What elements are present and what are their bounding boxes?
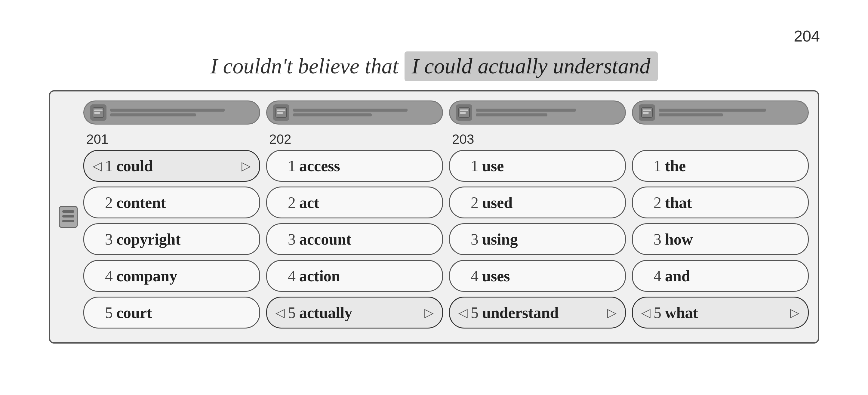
- word-text-col1-row4: company: [116, 267, 239, 285]
- word-pill-col1-row2[interactable]: ◁2content▷: [83, 186, 260, 218]
- col1-header-icon: [90, 104, 106, 121]
- arrow-right-col4-row5[interactable]: ▷: [790, 306, 799, 320]
- word-text-col3-row1: use: [482, 157, 604, 175]
- svg-rect-2: [62, 215, 74, 217]
- svg-rect-1: [62, 210, 74, 213]
- col3-header: [449, 100, 626, 125]
- word-text-col3-row4: uses: [482, 267, 604, 285]
- word-number-col1-row2: 2: [105, 194, 113, 212]
- word-text-col4-row5: what: [665, 304, 787, 322]
- word-pill-col4-row2[interactable]: ◁2that▷: [632, 186, 809, 218]
- word-pill-col1-row5[interactable]: ◁5court▷: [83, 297, 260, 329]
- word-text-col2-row5: actually: [299, 304, 422, 322]
- word-number-col2-row1: 1: [288, 157, 296, 175]
- word-number-col4-row5: 5: [654, 304, 661, 322]
- items-row-1: ◁1could▷◁1access▷◁1use▷◁1the▷: [80, 150, 812, 182]
- svg-rect-14: [643, 110, 651, 111]
- main-panel: 201 202 203 ◁1could▷◁1access▷◁1use▷◁1the…: [49, 90, 819, 343]
- word-number-col4-row2: 2: [654, 194, 661, 212]
- word-text-col3-row2: used: [482, 194, 604, 212]
- word-pill-col3-row4[interactable]: ◁4uses▷: [449, 260, 626, 292]
- word-number-col2-row4: 4: [288, 267, 296, 285]
- word-number-col1-row4: 4: [105, 267, 113, 285]
- word-pill-col3-row1[interactable]: ◁1use▷: [449, 150, 626, 182]
- word-text-col4-row3: how: [665, 231, 787, 248]
- word-number-col3-row4: 4: [471, 267, 478, 285]
- svg-rect-3: [62, 220, 74, 222]
- columns-wrapper: 201 202 203 ◁1could▷◁1access▷◁1use▷◁1the…: [80, 100, 812, 333]
- sentence-highlighted-text: I could actually understand: [405, 52, 658, 81]
- arrow-left-col2-row5[interactable]: ◁: [276, 306, 285, 320]
- word-text-col1-row5: court: [116, 304, 239, 322]
- word-text-col2-row2: act: [299, 194, 422, 212]
- col2-header-icon: [273, 104, 289, 121]
- word-number-col2-row3: 3: [288, 231, 296, 248]
- arrow-right-col2-row5[interactable]: ▷: [424, 306, 434, 320]
- col2-header: [266, 100, 443, 125]
- col3-label: 203: [449, 132, 626, 147]
- items-row-2: ◁2content▷◁2act▷◁2used▷◁2that▷: [80, 186, 812, 218]
- header-row: [80, 100, 812, 125]
- word-text-col4-row1: the: [665, 157, 787, 175]
- word-number-col3-row2: 2: [471, 194, 478, 212]
- word-pill-col3-row3[interactable]: ◁3using▷: [449, 223, 626, 255]
- word-text-col4-row2: that: [665, 194, 787, 212]
- word-text-col3-row5: understand: [482, 304, 604, 322]
- arrow-right-col3-row5[interactable]: ▷: [607, 306, 617, 320]
- word-pill-col1-row3[interactable]: ◁3copyright▷: [83, 223, 260, 255]
- col4-header-icon: [639, 104, 655, 121]
- word-number-col4-row1: 1: [654, 157, 661, 175]
- word-number-col2-row5: 5: [288, 304, 296, 322]
- word-pill-col4-row4[interactable]: ◁4and▷: [632, 260, 809, 292]
- word-pill-col1-row1[interactable]: ◁1could▷: [83, 150, 260, 182]
- word-number-col1-row3: 3: [105, 231, 113, 248]
- word-text-col4-row4: and: [665, 267, 787, 285]
- svg-rect-8: [277, 110, 285, 111]
- word-pill-col4-row5[interactable]: ◁5what▷: [632, 297, 809, 329]
- word-number-col1-row1: 1: [105, 157, 113, 175]
- scroll-icon-left[interactable]: [56, 100, 80, 333]
- col3-header-icon: [456, 104, 472, 121]
- col3-header-lines: [476, 109, 619, 116]
- col1-header: [83, 100, 260, 125]
- word-number-col4-row4: 4: [654, 267, 661, 285]
- word-number-col1-row5: 5: [105, 304, 113, 322]
- col4-label: [632, 132, 809, 147]
- sentence-plain-text: I couldn't believe that: [210, 54, 398, 79]
- label-204: 204: [794, 27, 820, 45]
- col1-header-lines: [110, 109, 253, 116]
- word-pill-col4-row1[interactable]: ◁1the▷: [632, 150, 809, 182]
- arrow-left-col4-row5[interactable]: ◁: [641, 306, 651, 320]
- word-number-col3-row5: 5: [471, 304, 478, 322]
- word-pill-col4-row3[interactable]: ◁3how▷: [632, 223, 809, 255]
- items-row-5: ◁5court▷◁5actually▷◁5understand▷◁5what▷: [80, 297, 812, 329]
- col2-header-lines: [293, 109, 436, 116]
- word-text-col3-row3: using: [482, 231, 604, 248]
- word-text-col2-row3: account: [299, 231, 422, 248]
- word-pill-col3-row2[interactable]: ◁2used▷: [449, 186, 626, 218]
- word-text-col2-row4: action: [299, 267, 422, 285]
- word-number-col3-row1: 1: [471, 157, 478, 175]
- arrow-left-col1-row1[interactable]: ◁: [93, 159, 102, 173]
- word-pill-col2-row3[interactable]: ◁3account▷: [266, 223, 443, 255]
- svg-rect-5: [94, 110, 102, 111]
- word-pill-col2-row5[interactable]: ◁5actually▷: [266, 297, 443, 329]
- word-pill-col1-row4[interactable]: ◁4company▷: [83, 260, 260, 292]
- word-pill-col3-row5[interactable]: ◁5understand▷: [449, 297, 626, 329]
- word-pill-col2-row2[interactable]: ◁2act▷: [266, 186, 443, 218]
- items-row-4: ◁4company▷◁4action▷◁4uses▷◁4and▷: [80, 260, 812, 292]
- col4-header: [632, 100, 809, 125]
- svg-rect-11: [460, 110, 468, 111]
- word-number-col2-row2: 2: [288, 194, 296, 212]
- word-pill-col2-row1[interactable]: ◁1access▷: [266, 150, 443, 182]
- col2-label: 202: [266, 132, 443, 147]
- word-pill-col2-row4[interactable]: ◁4action▷: [266, 260, 443, 292]
- word-text-col1-row2: content: [116, 194, 239, 212]
- arrow-right-col1-row1[interactable]: ▷: [242, 159, 251, 173]
- svg-rect-12: [460, 112, 466, 114]
- svg-rect-15: [643, 112, 649, 114]
- word-text-col1-row1: could: [116, 157, 239, 175]
- svg-rect-9: [277, 112, 283, 114]
- items-container: ◁1could▷◁1access▷◁1use▷◁1the▷◁2content▷◁…: [80, 150, 812, 333]
- arrow-left-col3-row5[interactable]: ◁: [458, 306, 468, 320]
